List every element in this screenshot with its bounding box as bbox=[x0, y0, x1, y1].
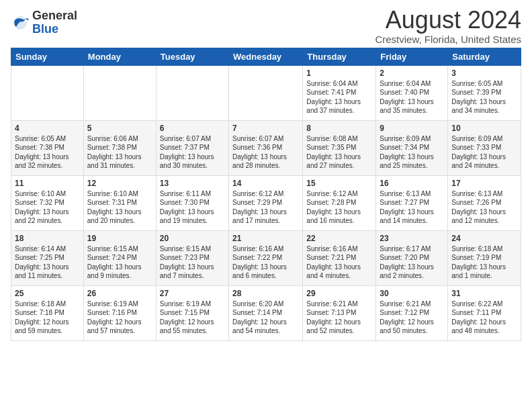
day-number: 29 bbox=[306, 289, 372, 298]
day-number: 26 bbox=[87, 289, 152, 298]
table-row: 21Sunrise: 6:16 AM Sunset: 7:22 PM Dayli… bbox=[229, 230, 303, 285]
col-sunday: Sunday bbox=[11, 48, 84, 65]
day-info: Sunrise: 6:14 AM Sunset: 7:25 PM Dayligh… bbox=[15, 244, 80, 281]
day-number: 19 bbox=[87, 234, 152, 243]
calendar-week-1: 1Sunrise: 6:04 AM Sunset: 7:41 PM Daylig… bbox=[11, 65, 521, 120]
day-info: Sunrise: 6:17 AM Sunset: 7:20 PM Dayligh… bbox=[380, 244, 444, 281]
day-number: 22 bbox=[306, 234, 372, 243]
table-row: 16Sunrise: 6:13 AM Sunset: 7:27 PM Dayli… bbox=[376, 175, 448, 230]
table-row: 9Sunrise: 6:09 AM Sunset: 7:34 PM Daylig… bbox=[376, 120, 448, 175]
day-number: 12 bbox=[87, 179, 152, 188]
table-row: 10Sunrise: 6:09 AM Sunset: 7:33 PM Dayli… bbox=[448, 120, 521, 175]
day-number: 28 bbox=[232, 289, 299, 298]
table-row: 1Sunrise: 6:04 AM Sunset: 7:41 PM Daylig… bbox=[303, 65, 376, 120]
table-row: 28Sunrise: 6:20 AM Sunset: 7:14 PM Dayli… bbox=[229, 285, 303, 340]
day-info: Sunrise: 6:19 AM Sunset: 7:15 PM Dayligh… bbox=[160, 300, 225, 336]
day-number: 27 bbox=[160, 289, 225, 298]
day-info: Sunrise: 6:09 AM Sunset: 7:34 PM Dayligh… bbox=[380, 134, 444, 171]
day-info: Sunrise: 6:20 AM Sunset: 7:14 PM Dayligh… bbox=[232, 300, 299, 336]
day-number: 4 bbox=[15, 124, 80, 133]
table-row: 6Sunrise: 6:07 AM Sunset: 7:37 PM Daylig… bbox=[156, 120, 228, 175]
day-info: Sunrise: 6:21 AM Sunset: 7:13 PM Dayligh… bbox=[306, 300, 372, 336]
table-row: 18Sunrise: 6:14 AM Sunset: 7:25 PM Dayli… bbox=[11, 230, 84, 285]
table-row: 25Sunrise: 6:18 AM Sunset: 7:18 PM Dayli… bbox=[11, 285, 84, 340]
calendar-week-2: 4Sunrise: 6:05 AM Sunset: 7:38 PM Daylig… bbox=[11, 120, 521, 175]
day-info: Sunrise: 6:11 AM Sunset: 7:30 PM Dayligh… bbox=[160, 189, 225, 226]
day-number: 21 bbox=[232, 234, 299, 243]
calendar-week-4: 18Sunrise: 6:14 AM Sunset: 7:25 PM Dayli… bbox=[11, 230, 521, 285]
day-number: 2 bbox=[380, 68, 444, 78]
col-friday: Friday bbox=[376, 48, 448, 65]
day-info: Sunrise: 6:07 AM Sunset: 7:36 PM Dayligh… bbox=[232, 134, 299, 171]
table-row bbox=[83, 65, 156, 120]
day-info: Sunrise: 6:04 AM Sunset: 7:41 PM Dayligh… bbox=[306, 79, 372, 116]
calendar-week-3: 11Sunrise: 6:10 AM Sunset: 7:32 PM Dayli… bbox=[11, 175, 521, 230]
day-info: Sunrise: 6:21 AM Sunset: 7:12 PM Dayligh… bbox=[380, 300, 444, 336]
table-row: 22Sunrise: 6:16 AM Sunset: 7:21 PM Dayli… bbox=[303, 230, 376, 285]
table-row: 5Sunrise: 6:06 AM Sunset: 7:38 PM Daylig… bbox=[83, 120, 156, 175]
col-thursday: Thursday bbox=[303, 48, 376, 65]
day-number: 16 bbox=[380, 179, 444, 188]
table-row: 26Sunrise: 6:19 AM Sunset: 7:16 PM Dayli… bbox=[83, 285, 156, 340]
calendar-table: Sunday Monday Tuesday Wednesday Thursday… bbox=[11, 48, 521, 341]
table-row: 13Sunrise: 6:11 AM Sunset: 7:30 PM Dayli… bbox=[156, 175, 228, 230]
calendar-header-row: Sunday Monday Tuesday Wednesday Thursday… bbox=[11, 48, 521, 65]
table-row: 14Sunrise: 6:12 AM Sunset: 7:29 PM Dayli… bbox=[229, 175, 303, 230]
day-info: Sunrise: 6:15 AM Sunset: 7:23 PM Dayligh… bbox=[160, 244, 225, 281]
day-info: Sunrise: 6:15 AM Sunset: 7:24 PM Dayligh… bbox=[87, 244, 152, 281]
day-info: Sunrise: 6:12 AM Sunset: 7:28 PM Dayligh… bbox=[306, 189, 372, 226]
day-info: Sunrise: 6:18 AM Sunset: 7:19 PM Dayligh… bbox=[451, 244, 517, 281]
day-info: Sunrise: 6:09 AM Sunset: 7:33 PM Dayligh… bbox=[451, 134, 517, 171]
table-row: 19Sunrise: 6:15 AM Sunset: 7:24 PM Dayli… bbox=[83, 230, 156, 285]
day-number: 15 bbox=[306, 179, 372, 188]
table-row: 7Sunrise: 6:07 AM Sunset: 7:36 PM Daylig… bbox=[229, 120, 303, 175]
table-row: 15Sunrise: 6:12 AM Sunset: 7:28 PM Dayli… bbox=[303, 175, 376, 230]
day-info: Sunrise: 6:13 AM Sunset: 7:26 PM Dayligh… bbox=[451, 189, 517, 226]
day-number: 14 bbox=[232, 179, 299, 188]
day-info: Sunrise: 6:16 AM Sunset: 7:22 PM Dayligh… bbox=[232, 244, 299, 281]
table-row: 4Sunrise: 6:05 AM Sunset: 7:38 PM Daylig… bbox=[11, 120, 84, 175]
day-number: 20 bbox=[160, 234, 225, 243]
table-row: 17Sunrise: 6:13 AM Sunset: 7:26 PM Dayli… bbox=[448, 175, 521, 230]
day-number: 13 bbox=[160, 179, 225, 188]
day-number: 17 bbox=[451, 179, 517, 188]
day-number: 11 bbox=[15, 179, 80, 188]
table-row: 3Sunrise: 6:05 AM Sunset: 7:39 PM Daylig… bbox=[448, 65, 521, 120]
day-info: Sunrise: 6:16 AM Sunset: 7:21 PM Dayligh… bbox=[306, 244, 372, 281]
table-row: 23Sunrise: 6:17 AM Sunset: 7:20 PM Dayli… bbox=[376, 230, 448, 285]
day-info: Sunrise: 6:05 AM Sunset: 7:38 PM Dayligh… bbox=[15, 134, 80, 171]
page: General Blue August 2024 Crestview, Flor… bbox=[0, 0, 532, 348]
day-info: Sunrise: 6:18 AM Sunset: 7:18 PM Dayligh… bbox=[15, 300, 80, 336]
table-row: 2Sunrise: 6:04 AM Sunset: 7:40 PM Daylig… bbox=[376, 65, 448, 120]
month-title: August 2024 bbox=[375, 7, 521, 34]
day-info: Sunrise: 6:12 AM Sunset: 7:29 PM Dayligh… bbox=[232, 189, 299, 226]
table-row bbox=[229, 65, 303, 120]
col-wednesday: Wednesday bbox=[229, 48, 303, 65]
table-row: 8Sunrise: 6:08 AM Sunset: 7:35 PM Daylig… bbox=[303, 120, 376, 175]
day-number: 5 bbox=[87, 124, 152, 133]
header: General Blue August 2024 Crestview, Flor… bbox=[11, 7, 521, 45]
logo-blue-text: Blue bbox=[32, 22, 58, 36]
location-text: Crestview, Florida, United States bbox=[375, 34, 521, 45]
day-info: Sunrise: 6:06 AM Sunset: 7:38 PM Dayligh… bbox=[87, 134, 152, 171]
table-row bbox=[156, 65, 228, 120]
table-row: 24Sunrise: 6:18 AM Sunset: 7:19 PM Dayli… bbox=[448, 230, 521, 285]
day-info: Sunrise: 6:04 AM Sunset: 7:40 PM Dayligh… bbox=[380, 79, 444, 116]
col-saturday: Saturday bbox=[448, 48, 521, 65]
day-info: Sunrise: 6:08 AM Sunset: 7:35 PM Dayligh… bbox=[306, 134, 372, 171]
table-row bbox=[11, 65, 84, 120]
day-info: Sunrise: 6:19 AM Sunset: 7:16 PM Dayligh… bbox=[87, 300, 152, 336]
table-row: 11Sunrise: 6:10 AM Sunset: 7:32 PM Dayli… bbox=[11, 175, 84, 230]
logo-bird-icon bbox=[11, 13, 30, 32]
day-info: Sunrise: 6:10 AM Sunset: 7:31 PM Dayligh… bbox=[87, 189, 152, 226]
day-info: Sunrise: 6:22 AM Sunset: 7:11 PM Dayligh… bbox=[451, 300, 517, 336]
day-info: Sunrise: 6:13 AM Sunset: 7:27 PM Dayligh… bbox=[380, 189, 444, 226]
table-row: 12Sunrise: 6:10 AM Sunset: 7:31 PM Dayli… bbox=[83, 175, 156, 230]
day-info: Sunrise: 6:05 AM Sunset: 7:39 PM Dayligh… bbox=[451, 79, 517, 116]
logo-text: General Blue bbox=[32, 9, 77, 36]
day-number: 24 bbox=[451, 234, 517, 243]
table-row: 31Sunrise: 6:22 AM Sunset: 7:11 PM Dayli… bbox=[448, 285, 521, 340]
day-number: 8 bbox=[306, 124, 372, 133]
day-number: 31 bbox=[451, 289, 517, 298]
day-number: 23 bbox=[380, 234, 444, 243]
